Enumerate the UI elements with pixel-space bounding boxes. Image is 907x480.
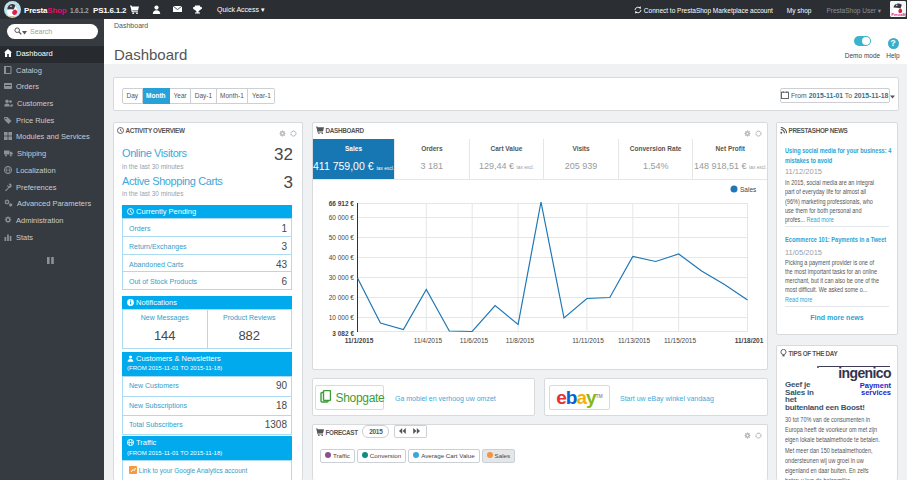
svg-text:11/15/2015: 11/15/2015	[664, 337, 696, 344]
svg-text:10 000 €: 10 000 €	[329, 314, 355, 321]
svg-text:PrestaShop: PrestaShop	[892, 13, 907, 17]
svg-text:11/18/201: 11/18/201	[735, 337, 764, 344]
svg-text:11/4/2015: 11/4/2015	[414, 337, 443, 344]
svg-text:20 000 €: 20 000 €	[329, 294, 355, 301]
svg-text:11/11/2015: 11/11/2015	[572, 337, 604, 344]
svg-text:66 912 €: 66 912 €	[329, 200, 355, 207]
svg-text:11/1/2015: 11/1/2015	[345, 337, 374, 344]
svg-text:60 000 €: 60 000 €	[329, 214, 355, 221]
svg-text:11/13/2015: 11/13/2015	[618, 337, 650, 344]
svg-text:11/6/2015: 11/6/2015	[460, 337, 489, 344]
svg-text:Sales: Sales	[740, 186, 757, 193]
svg-text:3 082 €: 3 082 €	[332, 330, 354, 337]
svg-text:50 000 €: 50 000 €	[329, 234, 355, 241]
svg-text:30 000 €: 30 000 €	[329, 274, 355, 281]
svg-text:11/8/2015: 11/8/2015	[506, 337, 535, 344]
svg-text:40 000 €: 40 000 €	[329, 254, 355, 261]
